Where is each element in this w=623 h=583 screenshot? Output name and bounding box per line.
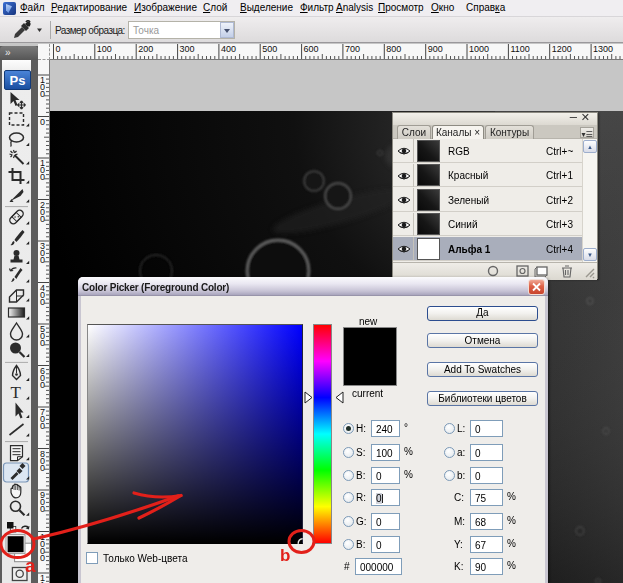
svg-text:T: T	[11, 383, 22, 402]
svg-text:0: 0	[40, 172, 45, 182]
svg-text:0: 0	[40, 421, 45, 431]
svg-text:0: 0	[40, 255, 45, 265]
svg-text:0: 0	[40, 338, 45, 348]
svg-text:900: 900	[427, 44, 442, 54]
svg-text:300: 300	[179, 44, 194, 54]
svg-text:0: 0	[40, 297, 45, 307]
svg-text:1200: 1200	[551, 44, 571, 54]
svg-text:0: 0	[40, 117, 45, 127]
svg-text:800: 800	[386, 44, 401, 54]
svg-text:700: 700	[344, 44, 359, 54]
svg-text:500: 500	[262, 44, 277, 54]
svg-text:0: 0	[55, 44, 60, 54]
svg-text:0: 0	[40, 214, 45, 224]
svg-text:400: 400	[220, 44, 235, 54]
svg-text:1000: 1000	[469, 44, 489, 54]
svg-text:200: 200	[138, 44, 153, 54]
svg-text:0: 0	[40, 89, 45, 99]
svg-text:0: 0	[40, 553, 45, 563]
svg-text:100: 100	[96, 44, 111, 54]
svg-text:0: 0	[40, 380, 45, 390]
svg-text:0: 0	[40, 504, 45, 514]
svg-text:0: 0	[40, 463, 45, 473]
svg-text:1300: 1300	[593, 44, 613, 54]
svg-text:600: 600	[303, 44, 318, 54]
svg-text:1100: 1100	[510, 44, 529, 54]
